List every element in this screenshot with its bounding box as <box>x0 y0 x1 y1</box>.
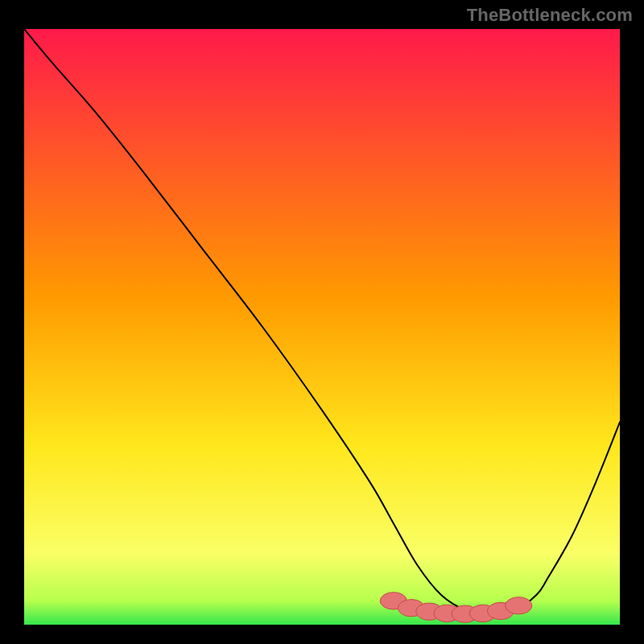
chart-svg <box>24 29 620 625</box>
gradient-background <box>24 29 620 625</box>
watermark-text: TheBottleneck.com <box>467 5 633 26</box>
optimal-marker <box>506 597 532 614</box>
plot-area <box>24 29 620 625</box>
chart-container: TheBottleneck.com <box>0 0 644 644</box>
